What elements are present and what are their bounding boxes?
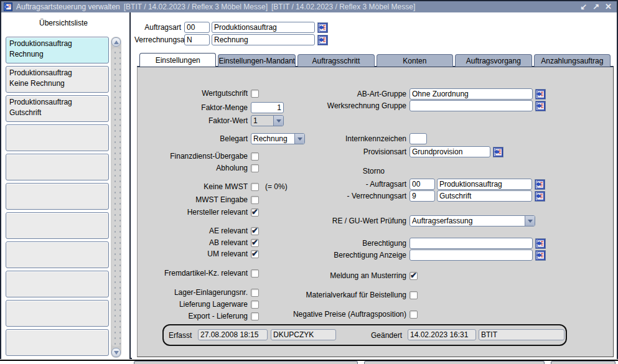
negative-preise-checkbox[interactable]: [410, 310, 418, 319]
export-lieferung-row: Export - Lieferung: [145, 310, 259, 322]
main-area: Auftragsart Verrechnungsart: [132, 12, 617, 359]
hersteller-row: Hersteller relevant: [145, 207, 259, 218]
storno-auftragsart-code-input[interactable]: [410, 179, 435, 190]
list-item[interactable]: [6, 241, 109, 268]
auftragsart-code-input[interactable]: [184, 22, 210, 33]
lookup-icon: [318, 35, 327, 45]
re-gu-row: RE / GU-Wert Prüfung Auftragserfassung: [285, 215, 535, 226]
keine-mwst-checkbox[interactable]: [251, 183, 259, 191]
storno-title-row: Storno: [285, 166, 410, 177]
ae-checkbox[interactable]: [251, 227, 259, 235]
scroll-up-button[interactable]: [111, 37, 121, 47]
lieferung-lagerware-row: Lieferung Lagerware: [145, 299, 259, 310]
auftragsart-name-input[interactable]: [212, 22, 315, 33]
list-item[interactable]: Produktionsauftrag Gutschrift: [6, 95, 109, 122]
ae-label: AE relevant: [145, 226, 251, 235]
scroll-down-button[interactable]: [111, 348, 121, 357]
musterring-checkbox[interactable]: [410, 272, 418, 280]
internkennzeichen-input[interactable]: [410, 133, 427, 144]
export-lieferung-checkbox[interactable]: [251, 312, 259, 320]
berechtigung-lookup-button[interactable]: [535, 238, 546, 249]
ab-art-gruppe-row: AB-Art-Gruppe: [285, 88, 546, 100]
list-item[interactable]: [6, 124, 109, 151]
tab-anzahlungsauftrag[interactable]: Anzahlungsauftrag: [534, 54, 611, 67]
storno-auftragsart-lookup-button[interactable]: [535, 179, 545, 190]
storno-auftragsart-name-input[interactable]: [437, 179, 532, 190]
wertgutschrift-checkbox[interactable]: [251, 90, 259, 98]
sidebar: Übersichtsliste Produktionsauftrag Rechn…: [1, 12, 131, 359]
sidebar-title: Übersichtsliste: [1, 19, 126, 27]
berechtigung-anzeige-lookup-button[interactable]: [535, 250, 546, 261]
list-item[interactable]: [6, 154, 109, 180]
sidebar-scrollbar[interactable]: [111, 37, 121, 358]
lager-einlagerung-checkbox[interactable]: [251, 289, 259, 297]
ab-art-gruppe-lookup-button[interactable]: [535, 89, 546, 100]
verrechnungsart-lookup-button[interactable]: [317, 35, 328, 45]
abholung-checkbox[interactable]: [251, 164, 259, 172]
list-item[interactable]: [6, 300, 109, 327]
re-gu-label: RE / GU-Wert Prüfung: [285, 217, 410, 225]
storno-verrechnungsart-name-input[interactable]: [437, 190, 532, 202]
storno-auftragsart-label: - Auftragsart: [285, 180, 410, 189]
faktor-wert-row: Faktor-Wert 1: [145, 115, 284, 126]
lieferung-lagerware-checkbox[interactable]: [251, 301, 259, 309]
tab-einstellungen-mandant[interactable]: Einstellungen-Mandant: [218, 54, 296, 67]
finanzdienst-label: Finanzdienst-Übergabe: [145, 152, 251, 161]
wertgutschrift-label: Wertgutschrift: [145, 89, 251, 98]
verrechnungsart-code-input[interactable]: [184, 34, 210, 45]
berechtigung-input[interactable]: [410, 238, 533, 249]
um-checkbox[interactable]: [251, 250, 259, 258]
list-item[interactable]: [6, 329, 109, 356]
storno-verrechnungsart-code-input[interactable]: [410, 190, 435, 202]
list-item[interactable]: Produktionsauftrag Rechnung: [6, 37, 109, 63]
werksrechnung-input[interactable]: [410, 100, 533, 111]
tab-konten[interactable]: Konten: [377, 54, 453, 67]
ab-checkbox[interactable]: [251, 239, 259, 247]
materialverkauf-checkbox[interactable]: [410, 291, 418, 299]
list-item[interactable]: [6, 212, 109, 239]
tab-auftragsvorgang[interactable]: Auftragsvorgang: [455, 54, 531, 67]
provisionsart-lookup-button[interactable]: [493, 147, 503, 157]
musterring-row: Meldung an Musterring: [285, 270, 418, 281]
abholung-label: Abholung: [145, 164, 251, 172]
list-item[interactable]: Produktionsauftrag Keine Rechnung: [6, 66, 109, 93]
geaendert-label: Geändert: [371, 331, 402, 340]
verrechnungsart-label: Verrechnungsart: [134, 35, 184, 44]
verrechnungsart-row: Verrechnungsart: [134, 34, 328, 45]
mwst-eingabe-checkbox[interactable]: [251, 196, 259, 204]
auftragsart-row: Auftragsart: [134, 22, 328, 33]
auftragsart-lookup-button[interactable]: [317, 22, 328, 33]
tab-einstellungen[interactable]: Einstellungen: [139, 53, 216, 67]
window-title: Auftragsartsteuerung verwalten: [16, 2, 120, 11]
cutoff-button: [364, 361, 545, 364]
ab-art-gruppe-input[interactable]: [410, 88, 533, 100]
lookup-icon: [318, 23, 327, 32]
maximize-icon[interactable]: ↗: [592, 2, 599, 11]
finanzdienst-checkbox[interactable]: [251, 152, 259, 161]
scrollbar-thumb[interactable]: [111, 48, 121, 347]
tab-auftragsschritt[interactable]: Auftragsschritt: [297, 54, 374, 67]
faktor-menge-input[interactable]: [251, 102, 284, 113]
berechtigung-anzeige-input[interactable]: [410, 250, 533, 261]
werksrechnung-label: Werksrechnung Gruppe: [285, 101, 410, 110]
verrechnungsart-name-input[interactable]: [212, 34, 315, 45]
close-icon[interactable]: ✕: [605, 2, 612, 11]
faktor-wert-dropdown[interactable]: 1: [251, 115, 284, 126]
re-gu-dropdown[interactable]: Auftragserfassung: [410, 215, 535, 226]
keine-mwst-suffix: (= 0%): [265, 182, 288, 191]
fremdartikel-checkbox[interactable]: [251, 269, 259, 278]
provisionsart-input[interactable]: [410, 146, 490, 157]
lager-einlagerung-row: Lager-Einlagerungsnr.: [145, 287, 259, 298]
storno-auftragsart-row: - Auftragsart: [285, 179, 545, 190]
hersteller-label: Hersteller relevant: [145, 208, 251, 217]
storno-verrechnungsart-label: - Verrechnungsart: [285, 192, 410, 200]
werksrechnung-lookup-button[interactable]: [535, 101, 546, 111]
minimize-icon[interactable]: ↙: [580, 2, 587, 11]
list-item[interactable]: [6, 271, 109, 297]
chevron-down-icon: [528, 220, 533, 223]
list-item[interactable]: [6, 183, 109, 210]
hersteller-checkbox[interactable]: [251, 208, 259, 217]
storno-verrechnungsart-lookup-button[interactable]: [535, 191, 545, 202]
erfasst-label: Erfasst: [169, 331, 192, 340]
negative-preise-label: Negative Preise (Auftragsposition): [285, 310, 410, 319]
